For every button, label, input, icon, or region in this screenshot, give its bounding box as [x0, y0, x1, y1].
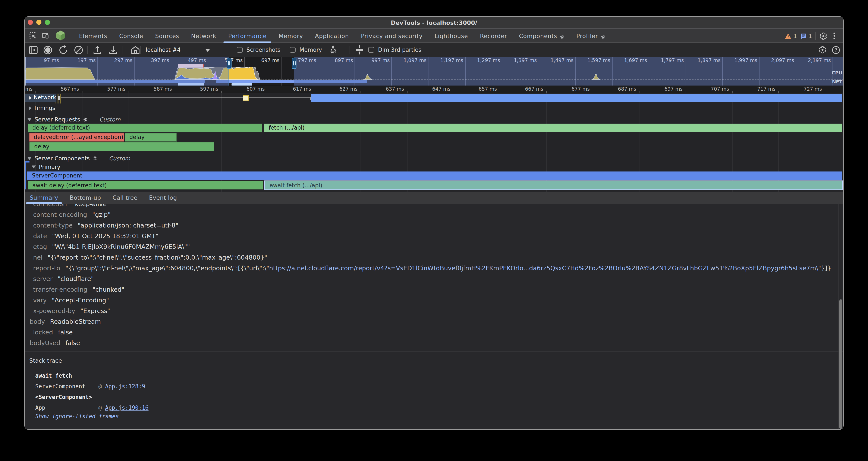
ruler-tick-label: 667 ms: [525, 86, 544, 92]
tab-memory[interactable]: Memory: [273, 29, 309, 43]
tab-recorder[interactable]: Recorder: [474, 29, 513, 43]
collapse-icon[interactable]: [354, 45, 365, 55]
toolbar-separator: [232, 46, 232, 54]
property-row-nel: nel"{\"report_to\":\"cf-nel\",\"success_…: [25, 252, 832, 263]
property-key: x-powered-by: [33, 308, 75, 314]
server-requests-track-header[interactable]: Server Requests—Custom: [27, 116, 120, 122]
dash: —: [100, 155, 106, 162]
details-tab-event-log[interactable]: Event log: [145, 191, 181, 204]
screenshots-checkbox[interactable]: [237, 47, 242, 53]
selection-handle-right[interactable]: [292, 58, 297, 69]
save-profile-icon[interactable]: [107, 45, 119, 56]
event-delay[interactable]: delay: [125, 133, 177, 142]
help-icon[interactable]: [832, 46, 840, 54]
tab-lighthouse[interactable]: Lighthouse: [429, 29, 474, 43]
frame-name: await fetch: [35, 370, 95, 381]
selection-handle-left[interactable]: [227, 58, 231, 69]
tab-profiler[interactable]: Profiler: [570, 29, 611, 43]
details-tab-bottom-up[interactable]: Bottom-up: [66, 191, 105, 204]
event-servercomponent[interactable]: ServerComponent: [27, 171, 842, 180]
tabbar-right-controls: 1 1: [785, 29, 838, 43]
tab-components[interactable]: Components: [513, 29, 570, 43]
network-request-download-bar[interactable]: [311, 94, 842, 102]
details-tab-summary[interactable]: Summary: [26, 191, 62, 204]
details-tab-call-tree[interactable]: Call tree: [109, 191, 142, 204]
load-profile-icon[interactable]: [92, 45, 103, 56]
main-tabbar: ElementsConsoleSourcesNetworkPerformance…: [25, 29, 843, 43]
dash: —: [91, 116, 96, 122]
tab-network[interactable]: Network: [185, 29, 222, 43]
ruler-tick-label: 587 ms: [154, 86, 172, 92]
network-track-label[interactable]: Network: [25, 94, 56, 102]
property-row-server: server"cloudflare": [25, 274, 832, 284]
event-label: await delay (deferred text): [32, 182, 107, 189]
tab-privacy-and-security[interactable]: Privacy and security: [355, 29, 429, 43]
clear-icon[interactable]: [73, 45, 84, 56]
tab-elements[interactable]: Elements: [73, 29, 113, 43]
event-await-delay-deferred-text-[interactable]: await delay (deferred text): [28, 181, 262, 190]
event-fetch-api-[interactable]: fetch (.../api): [264, 123, 842, 132]
reload-icon[interactable]: [58, 45, 69, 56]
messages-badge[interactable]: 1: [800, 33, 812, 39]
property-row-content-type: content-type"application/json; charset=u…: [25, 220, 832, 231]
ruler-tick: [778, 91, 779, 93]
device-toolbar-icon[interactable]: [41, 31, 50, 39]
tab-application[interactable]: Application: [309, 29, 355, 43]
property-value-link[interactable]: https://a.nel.cloudflare.com/report/v4?s…: [269, 265, 818, 271]
frame-source-link[interactable]: App.js:190:16: [105, 404, 149, 411]
show-ignore-listed-frames-link[interactable]: Show ignore-listed frames: [35, 413, 119, 419]
frame-source-link[interactable]: App.js:128:9: [105, 383, 145, 390]
dim-3rd-parties-checkbox[interactable]: [368, 47, 374, 53]
home-icon[interactable]: [130, 45, 141, 56]
ruler-tick-label: 617 ms: [293, 86, 311, 92]
property-value: "chunked": [92, 286, 124, 293]
property-row-connection: connection"keep-alive": [25, 204, 832, 209]
collect-garbage-icon[interactable]: [328, 44, 339, 55]
memory-checkbox[interactable]: [290, 47, 296, 53]
timings-track-header[interactable]: Timings: [28, 105, 55, 111]
tab-sources[interactable]: Sources: [149, 29, 185, 43]
flame-chart[interactable]: NetworkTimingsServer Requests—Customdela…: [25, 93, 844, 192]
event-await-fetch-api-[interactable]: await fetch (.../api): [265, 181, 842, 190]
network-overview-bar-selected: [229, 80, 294, 83]
ruler-tick: [35, 91, 36, 93]
toolbar-separator: [349, 46, 349, 54]
frame-name: <ServerComponent>: [35, 392, 95, 402]
record-icon[interactable]: [42, 45, 53, 56]
overview-left-edge: [25, 57, 26, 86]
settings-gear-icon[interactable]: [819, 32, 828, 40]
timeline-overview[interactable]: 97 ms197 ms297 ms397 ms497 ms597 ms697 m…: [25, 57, 844, 86]
server-components-track-header[interactable]: Server Components—Custom: [27, 155, 130, 162]
network-request-yellow-box[interactable]: [243, 95, 249, 101]
ruler-tick-label: 627 ms: [339, 86, 358, 92]
event-delayederror-ayed-exception-[interactable]: delayedError (...ayed exception): [29, 133, 124, 142]
more-options-icon[interactable]: [831, 32, 838, 40]
event-delay[interactable]: delay: [29, 142, 214, 151]
property-value: "cloudflare": [58, 276, 94, 282]
tab-label: Bottom-up: [70, 194, 101, 201]
node-icon[interactable]: [55, 30, 66, 41]
property-value: "Accept-Encoding": [52, 297, 109, 304]
scrollbar-thumb[interactable]: [839, 299, 842, 429]
warnings-badge[interactable]: 1: [785, 33, 797, 39]
capture-settings-gear-icon[interactable]: [818, 46, 827, 54]
tab-performance[interactable]: Performance: [222, 29, 273, 43]
tab-label: Privacy and security: [361, 32, 423, 39]
property-key: connection: [33, 204, 67, 207]
tab-console[interactable]: Console: [113, 29, 149, 43]
ruler-tick: [686, 91, 686, 93]
toggle-sidebar-icon[interactable]: [28, 45, 39, 56]
ruler-tick: [314, 91, 315, 93]
event-label: delay: [129, 134, 145, 140]
tab-label: Network: [191, 32, 216, 39]
inspect-icon[interactable]: [29, 31, 37, 39]
property-key: content-type: [33, 222, 73, 229]
event-label: delay: [34, 143, 49, 150]
target-selector[interactable]: localhost #4: [146, 43, 181, 57]
primary-group-header[interactable]: Primary: [32, 164, 60, 170]
property-row-body: bodyReadableStream: [25, 316, 832, 327]
event-delay-deferred-text-[interactable]: delay (deferred text): [28, 123, 262, 132]
ruler-tick-label: 577 ms: [107, 86, 126, 92]
tab-label: Lighthouse: [435, 32, 468, 39]
track-name: Server Requests: [35, 116, 80, 122]
